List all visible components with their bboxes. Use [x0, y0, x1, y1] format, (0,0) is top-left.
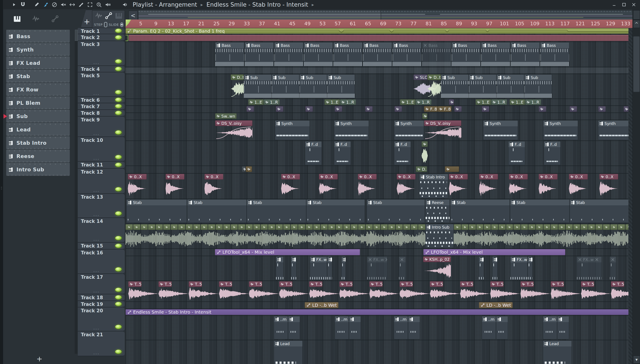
picker-item-fx-lead[interactable]: FX Lead: [6, 56, 70, 69]
playback-start-flag[interactable]: [126, 20, 131, 27]
track-lane-2[interactable]: [126, 34, 632, 42]
audio-cell[interactable]: [163, 224, 170, 230]
clip-f-d[interactable]: F..d: [394, 141, 411, 165]
clip-t-5[interactable]: T..5: [339, 281, 369, 301]
clip-pat[interactable]: [288, 316, 300, 339]
track-header-track-19[interactable]: Track 19: [78, 301, 125, 308]
clip-fx-w[interactable]: FX..w: [367, 256, 387, 280]
slide-toggle[interactable]: [120, 22, 123, 27]
track-options-dots[interactable]: ...: [93, 350, 100, 355]
magnet-icon[interactable]: [19, 1, 27, 8]
track-mute-led[interactable]: [115, 244, 122, 248]
clip-pat[interactable]: [557, 316, 569, 339]
clip-0-x[interactable]: 0..X: [509, 174, 528, 198]
clip-0-x[interactable]: 0..X: [358, 174, 377, 198]
step-toggle[interactable]: [104, 22, 108, 27]
track-header-track-10[interactable]: Track 10 ...: [78, 137, 125, 162]
clip-ld-b-wet[interactable]: LD -..b Wet: [479, 302, 513, 308]
audio-cell[interactable]: [201, 224, 208, 230]
clip-sub[interactable]: Sub: [272, 74, 299, 98]
track-lane-19[interactable]: Endless Smile - Stab Intro - Intensit: [126, 309, 632, 316]
clip-0-x[interactable]: 0..X: [479, 174, 498, 198]
track-header-track-20[interactable]: Track 20 ...: [78, 308, 125, 331]
track-header-track-8[interactable]: Track 8: [78, 110, 125, 116]
clip-t-5[interactable]: T..5: [581, 281, 611, 301]
track-options-dots[interactable]: ...: [93, 325, 100, 330]
clip-reese[interactable]: Reese: [425, 199, 450, 223]
clip-0-x[interactable]: 0..X: [128, 174, 147, 198]
clip-1-r[interactable]: 1..R: [491, 99, 507, 105]
clip-1-e[interactable]: 1..E: [248, 99, 264, 105]
clip-stab[interactable]: Stab: [187, 199, 247, 223]
picker-item-stab-intro[interactable]: Stab Intro: [6, 136, 70, 149]
minimize-button[interactable]: [609, 1, 619, 8]
audio-cell[interactable]: [411, 224, 418, 230]
clip-t-5[interactable]: T..5: [189, 281, 219, 301]
clip-lfotool-x64-mix-level[interactable]: LFOTool_x64 - Mix level: [215, 249, 360, 255]
track-mute-led[interactable]: [115, 324, 122, 330]
clip-patm[interactable]: [609, 256, 616, 280]
track-lane-12[interactable]: 0..X0..X0..X0..X0..X0..X0..XStab Intro0.…: [126, 174, 632, 199]
breadcrumb-arrangement-name[interactable]: Endless Smile - Stab Intro - Intensit: [206, 1, 308, 8]
clip-f-d[interactable]: F..d: [305, 141, 322, 165]
track-header-track-15[interactable]: Track 15: [78, 242, 125, 250]
audio-cell[interactable]: [171, 224, 178, 230]
clip-aud[interactable]: [449, 99, 454, 105]
track-mute-led[interactable]: [115, 155, 122, 160]
track-lane-4[interactable]: [126, 67, 632, 74]
clip-pat[interactable]: [327, 256, 332, 280]
clip-t-5[interactable]: T..5: [309, 281, 339, 301]
draw-tool-icon[interactable]: [32, 1, 41, 8]
timeline-ruler[interactable]: 5913172125293337414549535761656973778185…: [126, 20, 632, 28]
audio-cell[interactable]: [208, 224, 215, 230]
clip-aud[interactable]: [276, 106, 283, 112]
audio-cell[interactable]: [476, 224, 484, 230]
track-mute-led[interactable]: [115, 302, 122, 306]
clip-bass[interactable]: Bass: [481, 42, 510, 66]
audio-cell[interactable]: [513, 224, 521, 230]
picker-item-sub[interactable]: Sub: [6, 110, 70, 122]
track-mute-led[interactable]: [115, 288, 122, 292]
clip-bass[interactable]: Bass: [304, 42, 333, 66]
clip-t-5[interactable]: T..5: [460, 281, 490, 301]
clip-lead[interactable]: Lead: [543, 340, 572, 364]
clip-sub[interactable]: Sub: [244, 74, 272, 98]
clip-aud[interactable]: [422, 113, 427, 119]
audio-cell[interactable]: [373, 224, 380, 230]
vertical-scrollbar[interactable]: ^ ▾: [632, 9, 640, 364]
audio-cell[interactable]: [566, 224, 573, 230]
pattern-source-icon[interactable]: [114, 12, 122, 20]
clip-sub[interactable]: Sub: [469, 74, 496, 98]
track-lane-1[interactable]: Param. EQ 2 - 02_Kick_Shot - Band 1 freq: [126, 28, 632, 34]
track-mute-led[interactable]: [115, 35, 122, 40]
clip-m[interactable]: ..m: [394, 316, 408, 339]
clip-pat[interactable]: [341, 256, 346, 280]
track-mute-led[interactable]: [115, 295, 122, 300]
dock-grip[interactable]: [1, 187, 2, 188]
audio-cell[interactable]: [336, 224, 343, 230]
clip-stab[interactable]: Stab: [367, 199, 425, 223]
picker-item-reese[interactable]: Reese: [6, 150, 70, 162]
audio-cell[interactable]: [381, 224, 388, 230]
track-header-track-17[interactable]: Track 17 ...: [78, 274, 125, 294]
clip-0-x[interactable]: 0..X: [165, 174, 184, 198]
track-lane-20[interactable]: ..m..m..m..m..m: [126, 316, 632, 340]
clip-aud[interactable]: [482, 106, 489, 112]
clip-t-5[interactable]: T..5: [520, 281, 551, 301]
clip-bass[interactable]: Bass: [452, 42, 481, 66]
audio-cell[interactable]: [484, 224, 491, 230]
delete-tool-icon[interactable]: [50, 1, 59, 8]
track-header-track-6[interactable]: Track 6: [78, 97, 125, 103]
track-lane-18[interactable]: LD -..b WetLD -..b Wet: [126, 302, 632, 309]
clip-sub[interactable]: Sub: [299, 74, 327, 98]
clip-aud[interactable]: [305, 106, 313, 112]
clip-0-x[interactable]: 0..X: [449, 174, 468, 198]
audio-cell[interactable]: [291, 224, 298, 230]
audio-cell[interactable]: [588, 224, 595, 230]
add-track-button[interactable]: +: [81, 10, 93, 28]
audio-cell[interactable]: [231, 224, 238, 230]
clip-pat[interactable]: [408, 316, 420, 339]
clip-ksh-p-02[interactable]: KSH..p_02: [423, 256, 451, 280]
audio-cell[interactable]: [498, 224, 506, 230]
clip-ld-b-wet[interactable]: LD -..b Wet: [305, 302, 338, 308]
